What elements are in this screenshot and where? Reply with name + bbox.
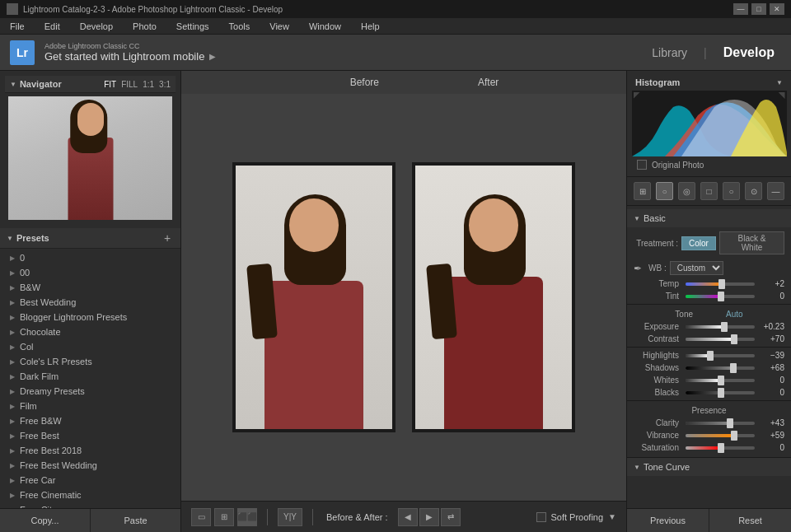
eyedropper-icon[interactable]: ✒ [634, 263, 642, 274]
original-photo-row: Original Photo [630, 156, 788, 173]
whites-slider-thumb[interactable] [718, 376, 724, 385]
saturation-slider-track[interactable] [686, 446, 755, 450]
preset-item[interactable]: ▶Blogger Lightroom Presets [0, 310, 180, 324]
shadows-slider-track[interactable] [686, 366, 755, 370]
zoom-fill[interactable]: FILL [121, 80, 138, 89]
soft-proof-label: Soft Proofing [551, 512, 604, 522]
menu-help[interactable]: Help [358, 20, 383, 33]
grid-view-button[interactable]: ⊞ [214, 508, 234, 526]
exposure-slider-track[interactable] [686, 325, 755, 329]
close-button[interactable]: ✕ [770, 3, 784, 15]
soft-proof-dropdown[interactable]: ▼ [608, 512, 616, 521]
single-view-button[interactable]: ▭ [191, 508, 211, 526]
grid-tool-icon[interactable]: ⊞ [634, 182, 651, 200]
highlights-slider-thumb[interactable] [707, 351, 714, 361]
vibrance-slider-thumb[interactable] [731, 431, 737, 441]
menu-develop[interactable]: Develop [77, 20, 116, 33]
zoom-1to1[interactable]: 1:1 [143, 80, 154, 89]
main-layout: ▼ Navigator FIT FILL 1:1 3:1 [0, 71, 791, 532]
treatment-color-button[interactable]: Color [681, 236, 716, 250]
redeye-icon[interactable]: □ [700, 182, 718, 200]
zoom-fit[interactable]: FIT [104, 80, 116, 89]
preset-item[interactable]: ▶Chocolate [0, 324, 180, 339]
exposure-value: +0.23 [761, 322, 784, 331]
crop-tool-icon[interactable]: ○ [656, 182, 673, 200]
copy-button[interactable]: Copy... [0, 509, 91, 532]
menu-edit[interactable]: Edit [41, 20, 63, 33]
blacks-slider-thumb[interactable] [718, 388, 724, 398]
minimize-button[interactable]: — [733, 3, 748, 15]
presets-header[interactable]: ▼ Presets + [0, 228, 180, 249]
preset-item[interactable]: ▶Best Wedding [0, 295, 180, 310]
preset-item[interactable]: ▶Col [0, 339, 180, 354]
ba-left-button[interactable]: ◀ [398, 508, 418, 526]
preset-item[interactable]: ▶00 [0, 265, 180, 280]
vibrance-slider-track[interactable] [686, 434, 755, 437]
menu-window[interactable]: Window [306, 20, 344, 33]
preset-item[interactable]: ▶Dreamy Presets [0, 384, 180, 399]
preset-item[interactable]: ▶Free Best [0, 428, 180, 443]
menu-file[interactable]: File [7, 20, 28, 33]
menu-view[interactable]: View [266, 20, 293, 33]
preset-item[interactable]: ▶Cole's LR Presets [0, 354, 180, 369]
treatment-bw-button[interactable]: Black & White [719, 231, 784, 254]
develop-nav-link[interactable]: Develop [717, 42, 781, 63]
after-tab[interactable]: After [428, 75, 548, 90]
reset-button[interactable]: Reset [709, 509, 791, 532]
saturation-slider-row: Saturation 0 [627, 441, 791, 454]
contrast-slider-thumb[interactable] [731, 334, 737, 344]
preset-item[interactable]: ▶Film [0, 399, 180, 413]
preset-item[interactable]: ▶B&W [0, 280, 180, 295]
range-mask-icon[interactable]: — [767, 182, 784, 200]
original-photo-checkbox[interactable] [637, 160, 647, 170]
shadows-slider-thumb[interactable] [730, 363, 737, 373]
auto-button[interactable]: Auto [726, 310, 743, 319]
soft-proof-checkbox[interactable] [536, 512, 546, 522]
preset-item[interactable]: ▶Dark Film [0, 369, 180, 384]
preset-item[interactable]: ▶Free Best 2018 [0, 443, 180, 458]
preset-item[interactable]: ▶Free City [0, 502, 180, 508]
maximize-button[interactable]: □ [751, 3, 766, 15]
preset-item[interactable]: ▶0 [0, 250, 180, 265]
highlights-slider-track[interactable] [686, 354, 755, 357]
tint-slider-track[interactable] [686, 295, 755, 298]
yx-button[interactable]: Y|Y [278, 508, 302, 526]
clarity-slider-thumb[interactable] [727, 418, 733, 428]
presets-add-button[interactable]: + [161, 231, 174, 245]
previous-button[interactable]: Previous [627, 509, 709, 532]
whites-slider-track[interactable] [686, 379, 755, 382]
menu-settings[interactable]: Settings [173, 20, 213, 33]
brush-icon[interactable]: ⊙ [745, 182, 762, 200]
paste-button[interactable]: Paste [91, 509, 180, 532]
preset-arrow-icon: ▶ [10, 269, 15, 277]
clarity-slider-track[interactable] [686, 422, 755, 425]
spot-heal-icon[interactable]: ◎ [678, 182, 695, 200]
tool-icons-row: ⊞ ○ ◎ □ ○ ⊙ — [627, 176, 791, 206]
blacks-slider-track[interactable] [686, 391, 755, 394]
preset-item[interactable]: ▶Free Cinematic [0, 488, 180, 502]
exposure-slider-thumb[interactable] [721, 322, 728, 332]
zoom-3to1[interactable]: 3:1 [159, 80, 171, 89]
contrast-value: +70 [761, 334, 784, 343]
library-nav-link[interactable]: Library [645, 43, 694, 63]
preset-item[interactable]: ▶Free Best Wedding [0, 458, 180, 473]
wb-dropdown[interactable]: Custom [670, 261, 723, 275]
side-by-side-button[interactable]: ⬛⬛ [237, 508, 257, 526]
preset-item[interactable]: ▶Free B&W [0, 413, 180, 428]
temp-slider-track[interactable] [686, 282, 755, 286]
tint-slider-thumb[interactable] [718, 292, 724, 301]
gradient-icon[interactable]: ○ [723, 182, 740, 200]
histogram-header[interactable]: Histogram ▼ [630, 74, 788, 91]
ba-right-button[interactable]: ▶ [419, 508, 439, 526]
menu-tools[interactable]: Tools [226, 20, 254, 33]
navigator-header[interactable]: ▼ Navigator FIT FILL 1:1 3:1 [5, 76, 176, 93]
temp-slider-thumb[interactable] [718, 279, 725, 289]
menu-photo[interactable]: Photo [129, 20, 160, 33]
ba-swap-button[interactable]: ⇄ [441, 508, 461, 526]
contrast-slider-track[interactable] [686, 338, 755, 341]
tone-curve-header[interactable]: ▼ Tone Curve [627, 458, 791, 476]
before-tab[interactable]: Before [301, 75, 428, 90]
preset-item[interactable]: ▶Free Car [0, 473, 180, 488]
saturation-slider-thumb[interactable] [718, 443, 724, 453]
basic-header[interactable]: ▼ Basic [627, 209, 791, 227]
